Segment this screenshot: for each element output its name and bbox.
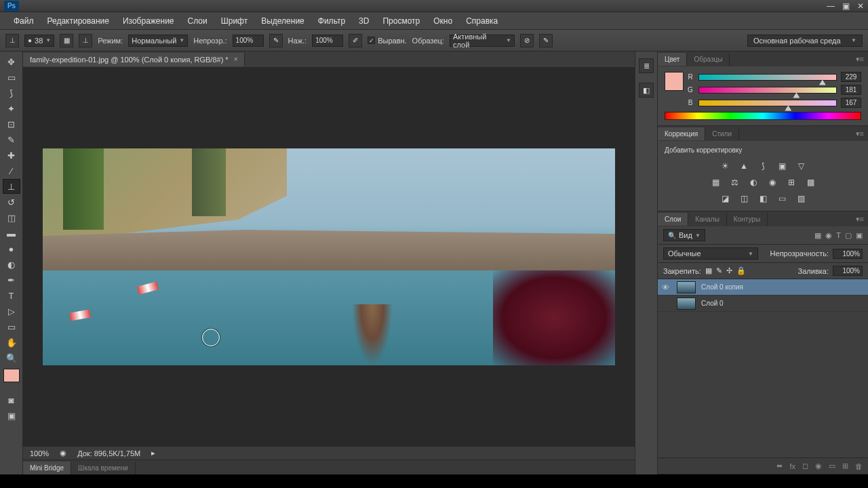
- lock-all-icon[interactable]: 🔒: [736, 266, 746, 275]
- filter-smart-icon[interactable]: ▣: [856, 231, 863, 240]
- brush-size-picker[interactable]: ●38▼: [24, 35, 54, 47]
- color-fg-swatch[interactable]: [665, 72, 684, 91]
- marquee-tool[interactable]: ▭: [3, 70, 20, 85]
- levels-icon[interactable]: ▲: [738, 161, 750, 171]
- healing-tool[interactable]: ✚: [3, 148, 20, 163]
- zoom-tool[interactable]: 🔍: [3, 350, 20, 365]
- link-layers-icon[interactable]: ⬌: [776, 462, 783, 470]
- lock-pixels-icon[interactable]: ✎: [716, 266, 722, 275]
- layer-item[interactable]: 👁 Слой 0 копия: [658, 279, 868, 296]
- canvas[interactable]: [43, 148, 615, 365]
- adj-panel-menu-icon[interactable]: ▾≡: [852, 129, 868, 138]
- exposure-icon[interactable]: ▣: [776, 161, 788, 171]
- properties-panel-icon[interactable]: ◧: [639, 83, 654, 98]
- b-value[interactable]: 167: [841, 98, 861, 108]
- curves-icon[interactable]: ⟆: [757, 161, 769, 171]
- invert-icon[interactable]: ◪: [719, 193, 731, 204]
- menu-select[interactable]: Выделение: [254, 14, 311, 28]
- tool-preset-icon[interactable]: ⊥: [5, 34, 19, 47]
- canvas-area[interactable]: [23, 68, 635, 446]
- adjustments-tab[interactable]: Коррекция: [658, 127, 705, 140]
- lasso-tool[interactable]: ⟆: [3, 85, 20, 100]
- menu-filter[interactable]: Фильтр: [311, 14, 352, 28]
- sample-dropdown[interactable]: Активный слой▼: [450, 35, 515, 47]
- r-slider[interactable]: [698, 74, 837, 81]
- document-tab[interactable]: family-expedition-01.jpg @ 100% (Слой 0 …: [23, 53, 245, 66]
- bw-icon[interactable]: ◐: [747, 177, 760, 188]
- menu-help[interactable]: Справка: [459, 14, 505, 28]
- status-arrow-icon[interactable]: ▸: [151, 449, 155, 458]
- screenmode-icon[interactable]: ▣: [3, 408, 20, 423]
- menu-edit[interactable]: Редактирование: [41, 14, 116, 28]
- gradient-map-icon[interactable]: ▭: [776, 193, 788, 204]
- lock-position-icon[interactable]: ✢: [726, 266, 732, 275]
- swatches-tab[interactable]: Образцы: [687, 53, 730, 66]
- styles-tab[interactable]: Стили: [705, 127, 739, 140]
- new-layer-icon[interactable]: ⊞: [842, 462, 848, 470]
- opacity-input[interactable]: [233, 35, 264, 47]
- foreground-color-swatch[interactable]: [3, 369, 20, 382]
- aligned-checkbox[interactable]: Выравн.: [368, 37, 406, 45]
- layer-opacity-input[interactable]: [833, 249, 863, 259]
- maximize-button[interactable]: ▣: [838, 1, 853, 12]
- menu-file[interactable]: Файл: [7, 14, 41, 28]
- layer-thumbnail[interactable]: [677, 281, 696, 293]
- vibrance-icon[interactable]: ▽: [795, 161, 807, 171]
- filter-pixel-icon[interactable]: ▦: [814, 231, 821, 240]
- minimize-button[interactable]: —: [823, 1, 838, 12]
- fill-input[interactable]: [833, 266, 863, 276]
- delete-layer-icon[interactable]: 🗑: [855, 462, 863, 470]
- hand-tool[interactable]: ✋: [3, 335, 20, 350]
- new-group-icon[interactable]: ▭: [829, 462, 835, 470]
- color-panel-menu-icon[interactable]: ▾≡: [852, 55, 868, 64]
- gradient-tool[interactable]: ▬: [3, 226, 20, 241]
- color-tab[interactable]: Цвет: [658, 53, 687, 66]
- channels-tab[interactable]: Каналы: [688, 213, 727, 226]
- posterize-icon[interactable]: ◫: [738, 193, 750, 204]
- mini-bridge-tab[interactable]: Mini Bridge: [23, 462, 71, 474]
- hue-icon[interactable]: ▦: [709, 177, 722, 188]
- color-ramp[interactable]: [665, 112, 861, 120]
- timeline-tab[interactable]: Шкала времени: [71, 462, 135, 474]
- add-mask-icon[interactable]: ◻: [802, 462, 808, 470]
- move-tool[interactable]: ✥: [3, 54, 20, 69]
- shape-tool[interactable]: ▭: [3, 319, 20, 334]
- zoom-value[interactable]: 100%: [30, 449, 49, 458]
- crop-tool[interactable]: ⊡: [3, 117, 20, 131]
- selective-icon[interactable]: ▨: [795, 193, 807, 204]
- lookup-icon[interactable]: ▩: [804, 177, 816, 188]
- filter-shape-icon[interactable]: ▢: [845, 231, 852, 240]
- layer-fx-icon[interactable]: fx: [789, 462, 795, 470]
- g-slider[interactable]: [698, 87, 837, 94]
- photo-filter-icon[interactable]: ◉: [766, 177, 778, 188]
- status-navigator-icon[interactable]: ◉: [60, 449, 66, 458]
- layer-item[interactable]: Слой 0: [658, 296, 868, 312]
- clone-source-icon[interactable]: ⊥: [79, 34, 92, 47]
- close-button[interactable]: ✕: [853, 1, 868, 12]
- eraser-tool[interactable]: ◫: [3, 210, 20, 225]
- blur-tool[interactable]: ●: [3, 241, 20, 256]
- threshold-icon[interactable]: ◧: [757, 193, 769, 204]
- balance-icon[interactable]: ⚖: [728, 177, 741, 188]
- new-adj-icon[interactable]: ◉: [815, 462, 822, 470]
- history-panel-icon[interactable]: ≣: [639, 58, 654, 73]
- layer-thumbnail[interactable]: [677, 298, 696, 310]
- menu-3d[interactable]: 3D: [352, 14, 376, 28]
- flow-input[interactable]: [312, 35, 343, 47]
- pen-tool[interactable]: ✒: [3, 272, 20, 287]
- brush-tool[interactable]: ⁄: [3, 163, 20, 178]
- path-select-tool[interactable]: ▷: [3, 304, 20, 319]
- dodge-tool[interactable]: ◐: [3, 257, 20, 272]
- clone-stamp-tool[interactable]: ⊥: [3, 179, 20, 194]
- layer-filter-dropdown[interactable]: 🔍 Вид ▼: [663, 229, 705, 241]
- pressure-size-icon[interactable]: ✎: [539, 34, 553, 47]
- workspace-selector[interactable]: Основная рабочая среда▼: [747, 35, 863, 47]
- quickmask-icon[interactable]: ◙: [3, 392, 20, 407]
- layers-panel-menu-icon[interactable]: ▾≡: [852, 215, 868, 224]
- mode-dropdown[interactable]: Нормальный▼: [128, 35, 188, 47]
- g-value[interactable]: 181: [841, 85, 861, 95]
- menu-window[interactable]: Окно: [427, 14, 459, 28]
- ignore-adj-icon[interactable]: ⊘: [520, 34, 534, 47]
- lock-transparent-icon[interactable]: ▦: [705, 266, 712, 275]
- filter-adj-icon[interactable]: ◉: [825, 231, 832, 240]
